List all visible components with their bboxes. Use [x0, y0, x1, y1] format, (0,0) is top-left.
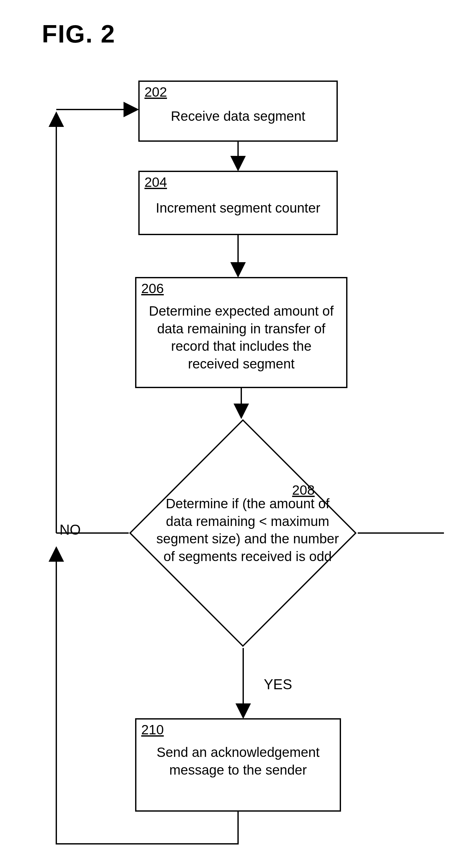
node-206-num: 206	[141, 281, 164, 296]
figure-title: FIG. 2	[42, 19, 115, 49]
node-206-text: Determine expected amount of data remain…	[136, 303, 346, 373]
node-204-text: Increment segment counter	[140, 199, 336, 217]
node-208: 208 Determine if (the amount of data rem…	[129, 419, 357, 647]
label-no: NO	[60, 522, 81, 538]
node-204: 204 Increment segment counter	[138, 171, 338, 235]
node-210-num: 210	[141, 722, 164, 738]
node-206: 206 Determine expected amount of data re…	[135, 277, 347, 388]
node-210: 210 Send an acknowledgement message to t…	[135, 718, 341, 812]
node-202: 202 Receive data segment	[138, 81, 338, 142]
node-202-text: Receive data segment	[140, 107, 336, 125]
label-yes: YES	[264, 676, 292, 692]
node-204-num: 204	[144, 175, 167, 190]
node-208-text: Determine if (the amount of data remaini…	[151, 495, 344, 565]
node-202-num: 202	[144, 84, 167, 100]
node-210-text: Send an acknowledgement message to the s…	[136, 744, 340, 779]
